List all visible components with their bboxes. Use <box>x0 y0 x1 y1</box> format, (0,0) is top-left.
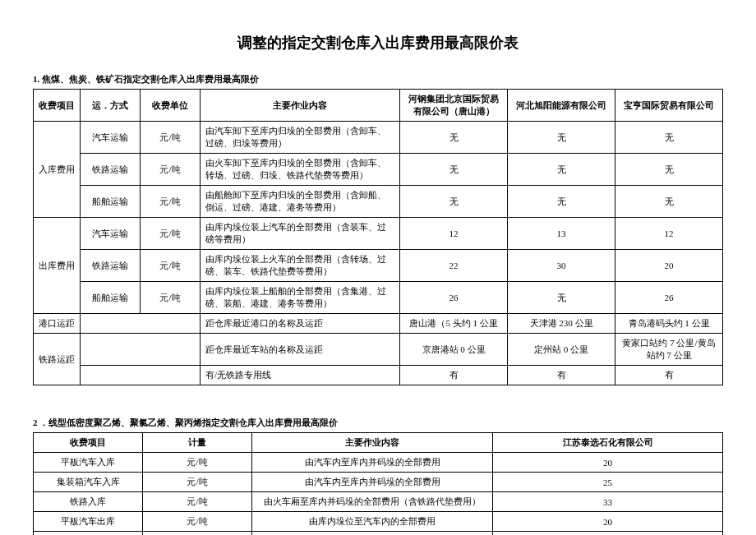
cell: 20 <box>493 512 723 532</box>
cell: 25 <box>493 532 723 536</box>
th-method: 运．方式 <box>81 90 141 122</box>
cell: 有 <box>615 366 723 385</box>
th-comp: 江苏泰选石化有限公司 <box>493 433 723 453</box>
th-comp1: 河钢集团北京国际贸易有限公司（唐山港） <box>400 90 508 122</box>
cell: 无 <box>615 186 723 218</box>
cell: 距仓库最近港口的名称及运距 <box>201 314 400 334</box>
cell: 无 <box>400 186 508 218</box>
cell: 由库内垛位装上船舶的全部费用（含集港、过磅、装船、港建、港务等费用） <box>201 282 400 314</box>
cell <box>81 366 201 385</box>
th-unit: 计量 <box>143 433 252 453</box>
cell: 由汽车卸下至库内归垛的全部费用（含卸车、过磅、归垛等费用） <box>201 122 400 154</box>
cell: 无 <box>508 186 615 218</box>
table-row: 集装箱汽车出库 元/吨 由库内垛位至汽车内的全部费用 25 <box>34 532 723 536</box>
table-row: 铁路运距 距仓库最近车站的名称及运距 京唐港站 0 公里 定州站 0 公里 黄家… <box>34 334 723 366</box>
cell: 平板汽车入库 <box>34 453 143 473</box>
cell: 元/吨 <box>141 218 201 250</box>
th-fee-item: 收费项目 <box>34 90 81 122</box>
cell: 黄家口站约 7 公里/黄岛站约 7 公里 <box>615 334 723 366</box>
cell: 由火车厢至库内并码垛的全部费用（含铁路代垫费用） <box>252 492 493 512</box>
table-row: 收费项目 计量 主要作业内容 江苏泰选石化有限公司 <box>34 433 723 453</box>
th-desc: 主要作业内容 <box>201 90 400 122</box>
cell: 元/吨 <box>143 512 252 532</box>
cell: 元/吨 <box>141 122 201 154</box>
cell: 由汽车内至库内并码垛的全部费用 <box>252 473 493 492</box>
cell: 20 <box>493 453 723 473</box>
cell: 元/吨 <box>141 282 201 314</box>
table-row: 入库费用 汽车运输 元/吨 由汽车卸下至库内归垛的全部费用（含卸车、过磅、归垛等… <box>34 122 723 154</box>
table-row: 出库费用 汽车运输 元/吨 由库内垛位装上汽车的全部费用（含装车、过磅等费用） … <box>34 218 723 250</box>
th-desc: 主要作业内容 <box>252 433 493 453</box>
cell: 元/吨 <box>143 473 252 492</box>
cell: 定州站 0 公里 <box>508 334 615 366</box>
section1-label: 1. 焦煤、焦炭、铁矿石指定交割仓库入出库费用最高限价 <box>33 73 723 85</box>
th-comp3: 宝亨国际贸易有限公司 <box>615 90 723 122</box>
cell: 天津港 230 公里 <box>508 314 615 334</box>
cell: 无 <box>615 154 723 186</box>
cell: 距仓库最近车站的名称及运距 <box>201 334 400 366</box>
cell: 由船舱卸下至库内归垛的全部费用（含卸船、倒运、过磅、港建、港务等费用） <box>201 186 400 218</box>
section2-label: 2 ．线型低密度聚乙烯、聚氯乙烯、聚丙烯指定交割仓库入出库费用最高限价 <box>33 417 723 429</box>
page-title: 调整的指定交割仓库入出库费用最高限价表 <box>33 33 723 53</box>
cell: 铁路运输 <box>81 250 141 282</box>
cell: 无 <box>400 122 508 154</box>
cell: 集装箱汽车出库 <box>34 532 143 536</box>
cell: 25 <box>493 473 723 492</box>
table-row: 平板汽车入库 元/吨 由汽车内至库内并码垛的全部费用 20 <box>34 453 723 473</box>
cell: 船舶运输 <box>81 186 141 218</box>
cell: 元/吨 <box>141 250 201 282</box>
table-row: 船舶运输 元/吨 由船舱卸下至库内归垛的全部费用（含卸船、倒运、过磅、港建、港务… <box>34 186 723 218</box>
table-2: 收费项目 计量 主要作业内容 江苏泰选石化有限公司 平板汽车入库 元/吨 由汽车… <box>33 432 723 535</box>
cell: 集装箱汽车入库 <box>34 473 143 492</box>
cell-rail-group: 铁路运距 <box>34 334 81 385</box>
table-1: 收费项目 运．方式 收费单位 主要作业内容 河钢集团北京国际贸易有限公司（唐山港… <box>33 89 723 385</box>
table-row: 平板汽车出库 元/吨 由库内垛位至汽车内的全部费用 20 <box>34 512 723 532</box>
cell: 30 <box>508 250 615 282</box>
cell: 无 <box>615 122 723 154</box>
cell: 元/吨 <box>141 154 201 186</box>
table-row: 船舶运输 元/吨 由库内垛位装上船舶的全部费用（含集港、过磅、装船、港建、港务等… <box>34 282 723 314</box>
cell: 13 <box>508 218 615 250</box>
cell: 20 <box>615 250 723 282</box>
cell <box>81 334 201 366</box>
cell: 由汽车内至库内并码垛的全部费用 <box>252 453 493 473</box>
cell: 无 <box>400 154 508 186</box>
cell: 由库内垛位至汽车内的全部费用 <box>252 512 493 532</box>
cell: 元/吨 <box>143 492 252 512</box>
cell: 12 <box>400 218 508 250</box>
table-row: 铁路入库 元/吨 由火车厢至库内并码垛的全部费用（含铁路代垫费用） 33 <box>34 492 723 512</box>
cell: 唐山港（5 头约 1 公里 <box>400 314 508 334</box>
cell: 元/吨 <box>143 453 252 473</box>
cell-in-group: 入库费用 <box>34 122 81 218</box>
cell: 由库内垛位装上汽车的全部费用（含装车、过磅等费用） <box>201 218 400 250</box>
table-row: 有/无铁路专用线 有 有 有 <box>34 366 723 385</box>
cell: 26 <box>400 282 508 314</box>
cell: 26 <box>615 282 723 314</box>
cell-out-group: 出库费用 <box>34 218 81 314</box>
cell: 铁路运输 <box>81 154 141 186</box>
cell-port-group: 港口运距 <box>34 314 81 334</box>
cell: 平板汽车出库 <box>34 512 143 532</box>
cell: 无 <box>508 282 615 314</box>
cell: 由火车卸下至库内归垛的全部费用（含卸车、转场、过磅、归垛、铁路代垫费等费用） <box>201 154 400 186</box>
table-row: 铁路运输 元/吨 由火车卸下至库内归垛的全部费用（含卸车、转场、过磅、归垛、铁路… <box>34 154 723 186</box>
cell: 33 <box>493 492 723 512</box>
cell: 船舶运输 <box>81 282 141 314</box>
table-row: 铁路运输 元/吨 由库内垛位装上火车的全部费用（含转场、过磅、装车、铁路代垫费等… <box>34 250 723 282</box>
table-row: 港口运距 距仓库最近港口的名称及运距 唐山港（5 头约 1 公里 天津港 230… <box>34 314 723 334</box>
cell: 22 <box>400 250 508 282</box>
cell: 12 <box>615 218 723 250</box>
cell: 京唐港站 0 公里 <box>400 334 508 366</box>
cell: 有/无铁路专用线 <box>201 366 400 385</box>
cell <box>81 314 201 334</box>
table-row: 收费项目 运．方式 收费单位 主要作业内容 河钢集团北京国际贸易有限公司（唐山港… <box>34 90 723 122</box>
cell: 铁路入库 <box>34 492 143 512</box>
cell: 青岛港码头约 1 公里 <box>615 314 723 334</box>
cell: 有 <box>400 366 508 385</box>
th-comp2: 河北旭阳能源有限公司 <box>508 90 615 122</box>
cell: 由库内垛位至汽车内的全部费用 <box>252 532 493 536</box>
cell: 汽车运输 <box>81 122 141 154</box>
th-unit: 收费单位 <box>141 90 201 122</box>
cell: 无 <box>508 154 615 186</box>
table-row: 集装箱汽车入库 元/吨 由汽车内至库内并码垛的全部费用 25 <box>34 473 723 492</box>
